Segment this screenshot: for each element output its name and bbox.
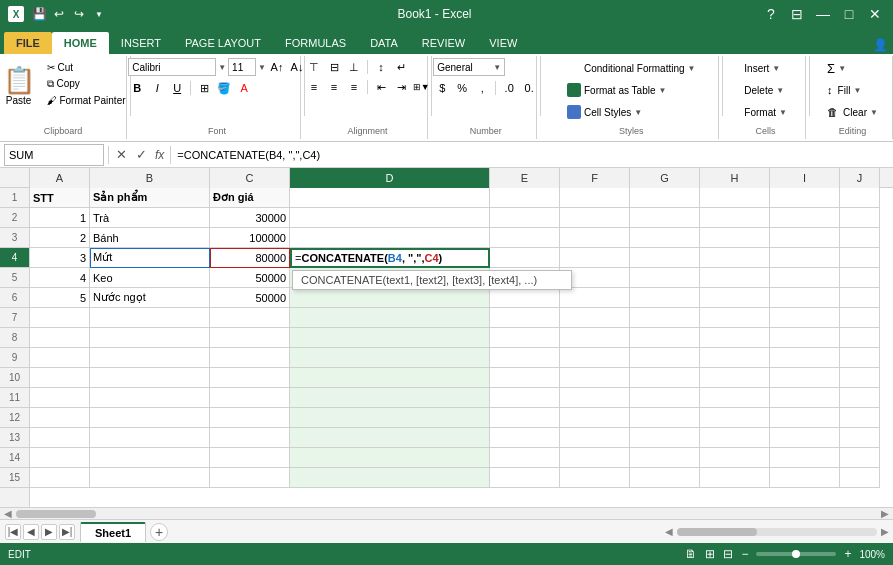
cell-e2[interactable] <box>490 208 560 228</box>
merge-button[interactable]: ⊞▼ <box>412 78 430 96</box>
increase-indent-button[interactable]: ⇥ <box>392 78 410 96</box>
cell-styles-button[interactable]: Cell Styles ▼ <box>561 102 648 122</box>
align-top-button[interactable]: ⊤ <box>305 58 323 76</box>
col-header-f[interactable]: F <box>560 168 630 188</box>
cell-e1[interactable] <box>490 188 560 208</box>
col-header-a[interactable]: A <box>30 168 90 188</box>
font-name-dropdown[interactable]: ▼ <box>218 63 226 72</box>
tab-file[interactable]: FILE <box>4 32 52 54</box>
format-button[interactable]: Format▼ <box>738 102 793 122</box>
cell-j5[interactable] <box>840 268 880 288</box>
font-name-input[interactable] <box>128 58 216 76</box>
cell-a2[interactable]: 1 <box>30 208 90 228</box>
row-num-3[interactable]: 3 <box>0 228 29 248</box>
cell-a6[interactable]: 5 <box>30 288 90 308</box>
cell-g6[interactable] <box>630 288 700 308</box>
tab-page-layout[interactable]: PAGE LAYOUT <box>173 32 273 54</box>
cell-j2[interactable] <box>840 208 880 228</box>
page-break-view-button[interactable]: ⊟ <box>723 547 733 561</box>
cell-h7[interactable] <box>700 308 770 328</box>
cell-h6[interactable] <box>700 288 770 308</box>
cell-d6[interactable] <box>290 288 490 308</box>
cell-a7[interactable] <box>30 308 90 328</box>
cell-j6[interactable] <box>840 288 880 308</box>
redo-button[interactable]: ↪ <box>70 5 88 23</box>
tab-view[interactable]: VIEW <box>477 32 529 54</box>
cell-g5[interactable] <box>630 268 700 288</box>
cell-c7[interactable] <box>210 308 290 328</box>
cell-a11[interactable] <box>30 388 90 408</box>
cell-a4[interactable]: 3 <box>30 248 90 268</box>
font-size-dropdown[interactable]: ▼ <box>258 63 266 72</box>
sheet-nav-prev[interactable]: ◀ <box>23 524 39 540</box>
col-header-d[interactable]: D <box>290 168 490 188</box>
cell-g4[interactable] <box>630 248 700 268</box>
grid-view-button[interactable]: ⊞ <box>705 547 715 561</box>
cell-g7[interactable] <box>630 308 700 328</box>
col-header-i[interactable]: I <box>770 168 840 188</box>
increase-decimal-button[interactable]: .0 <box>500 79 518 97</box>
cell-a3[interactable]: 2 <box>30 228 90 248</box>
row-num-7[interactable]: 7 <box>0 308 29 328</box>
align-center-button[interactable]: ≡ <box>325 78 343 96</box>
row-num-4[interactable]: 4 <box>0 248 29 268</box>
row-num-12[interactable]: 12 <box>0 408 29 428</box>
cell-c2[interactable]: 30000 <box>210 208 290 228</box>
cell-c3[interactable]: 100000 <box>210 228 290 248</box>
conditional-formatting-button[interactable]: Conditional Formatting ▼ <box>561 58 702 78</box>
cell-h3[interactable] <box>700 228 770 248</box>
row-num-1[interactable]: 1 <box>0 188 29 208</box>
cell-d4[interactable]: =CONCATENATE(B4, ",",C4) CONCATENATE(tex… <box>290 248 490 268</box>
sheet-nav-next[interactable]: ▶ <box>41 524 57 540</box>
cell-c1[interactable]: Đơn giá <box>210 188 290 208</box>
cell-j3[interactable] <box>840 228 880 248</box>
page-layout-view-button[interactable]: 🗎 <box>685 547 697 561</box>
cell-j4[interactable] <box>840 248 880 268</box>
insert-button[interactable]: Insert▼ <box>738 58 786 78</box>
cell-c5[interactable]: 50000 <box>210 268 290 288</box>
col-header-j[interactable]: J <box>840 168 880 188</box>
cell-h5[interactable] <box>700 268 770 288</box>
cell-j1[interactable] <box>840 188 880 208</box>
number-format-box[interactable]: General▼ <box>433 58 505 76</box>
wrap-text-button[interactable]: ↵ <box>392 58 410 76</box>
row-num-8[interactable]: 8 <box>0 328 29 348</box>
align-right-button[interactable]: ≡ <box>345 78 363 96</box>
col-header-h[interactable]: H <box>700 168 770 188</box>
close-button[interactable]: ✕ <box>865 4 885 24</box>
italic-button[interactable]: I <box>148 79 166 97</box>
cell-f2[interactable] <box>560 208 630 228</box>
cell-f6[interactable] <box>560 288 630 308</box>
format-painter-button[interactable]: 🖌 Format Painter <box>43 93 130 108</box>
cell-e7[interactable] <box>490 308 560 328</box>
cell-e3[interactable] <box>490 228 560 248</box>
tab-review[interactable]: REVIEW <box>410 32 477 54</box>
cell-i7[interactable] <box>770 308 840 328</box>
zoom-slider[interactable] <box>756 552 836 556</box>
cell-i1[interactable] <box>770 188 840 208</box>
cell-g3[interactable] <box>630 228 700 248</box>
cell-i2[interactable] <box>770 208 840 228</box>
font-size-input[interactable] <box>228 58 256 76</box>
row-num-5[interactable]: 5 <box>0 268 29 288</box>
font-color-button[interactable]: A <box>235 79 253 97</box>
align-bottom-button[interactable]: ⊥ <box>345 58 363 76</box>
format-as-table-button[interactable]: Format as Table ▼ <box>561 80 672 100</box>
cell-i6[interactable] <box>770 288 840 308</box>
customize-qat-button[interactable]: ▼ <box>90 5 108 23</box>
col-header-e[interactable]: E <box>490 168 560 188</box>
sheet-tab-sheet1[interactable]: Sheet1 <box>80 522 146 542</box>
cell-a14[interactable] <box>30 448 90 468</box>
row-num-11[interactable]: 11 <box>0 388 29 408</box>
ribbon-display-button[interactable]: ⊟ <box>787 4 807 24</box>
autosum-button[interactable]: Σ▼ <box>821 58 852 78</box>
zoom-in-button[interactable]: + <box>844 547 851 561</box>
cancel-formula-button[interactable]: ✕ <box>111 145 131 165</box>
cell-b6[interactable]: Nước ngọt <box>90 288 210 308</box>
increase-font-button[interactable]: A↑ <box>268 58 286 76</box>
fill-color-button[interactable]: 🪣 <box>215 79 233 97</box>
cell-a15[interactable] <box>30 468 90 488</box>
underline-button[interactable]: U <box>168 79 186 97</box>
col-header-g[interactable]: G <box>630 168 700 188</box>
scroll-right-indicator[interactable]: ▶ <box>881 526 889 537</box>
